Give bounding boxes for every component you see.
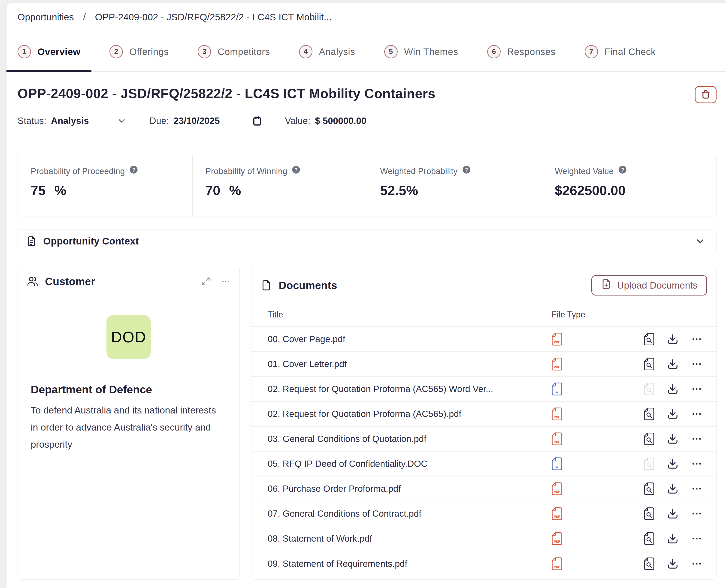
more-options-icon[interactable] <box>691 483 702 495</box>
due-date-value[interactable]: 23/10/2025 <box>174 115 220 126</box>
opportunity-value[interactable]: $ 500000.00 <box>315 115 366 126</box>
more-options-icon[interactable] <box>691 508 702 520</box>
tab-responses[interactable]: 6 Responses <box>487 45 556 58</box>
tab-overview[interactable]: 1 Overview <box>18 45 80 58</box>
document-file-type: PDF w <box>552 382 644 396</box>
preview-document-icon[interactable] <box>644 483 655 495</box>
more-options-icon[interactable] <box>691 533 702 544</box>
preview-document-icon[interactable] <box>644 358 655 370</box>
customer-name: Department of Defence <box>31 383 227 396</box>
preview-document-icon[interactable] <box>644 383 655 395</box>
stat-cell: Weighted Value ? $262500.00 <box>542 155 717 216</box>
pdf-file-icon: PDF <box>552 507 562 520</box>
document-actions <box>644 383 702 395</box>
more-options-icon[interactable] <box>691 458 702 469</box>
stat-value: $262500.00 <box>555 183 717 198</box>
download-document-icon[interactable] <box>667 483 679 495</box>
download-document-icon[interactable] <box>667 533 679 544</box>
help-icon[interactable]: ? <box>129 166 138 174</box>
svg-text:PDF: PDF <box>554 515 560 519</box>
document-file-type: PDF w <box>552 507 644 520</box>
download-document-icon[interactable] <box>667 558 679 569</box>
preview-document-icon[interactable] <box>644 532 655 545</box>
document-actions <box>644 333 702 345</box>
svg-text:?: ? <box>465 167 468 173</box>
table-row: 06. Purchase Order Proforma.pdf PDF w <box>251 477 716 501</box>
more-options-icon[interactable] <box>691 558 702 569</box>
tab-number-badge: 5 <box>384 45 398 58</box>
more-options-icon[interactable] <box>691 408 702 420</box>
preview-document-icon[interactable] <box>644 558 655 570</box>
pdf-file-icon: PDF <box>552 407 562 420</box>
table-row: 09. Statement of Requirements.pdf PDF w <box>251 551 716 576</box>
documents-card: Documents Upload Documents <box>251 265 717 580</box>
due-label: Due: <box>149 115 169 126</box>
help-icon[interactable]: ? <box>618 166 627 174</box>
customer-avatar: DOD <box>106 315 151 359</box>
document-actions <box>644 507 702 520</box>
svg-text:PDF: PDF <box>554 415 560 419</box>
active-tab-underline <box>6 70 91 72</box>
stats-bar: Probability of Proceeding ? 75 % Probabi… <box>18 155 717 216</box>
stat-cell: Probability of Winning ? 70 % <box>192 155 367 216</box>
more-options-icon[interactable] <box>691 433 702 445</box>
table-row: 01. Cover Letter.pdf PDF w <box>251 352 716 377</box>
file-plus-icon <box>601 279 611 292</box>
download-document-icon[interactable] <box>667 458 679 469</box>
download-document-icon[interactable] <box>667 333 679 345</box>
help-icon[interactable]: ? <box>291 166 300 174</box>
trash-icon <box>701 90 710 100</box>
preview-document-icon[interactable] <box>644 458 655 470</box>
document-actions <box>644 558 702 570</box>
tab-offerings[interactable]: 2 Offerings <box>109 45 169 58</box>
document-actions <box>644 483 702 495</box>
pdf-file-icon: PDF <box>552 532 562 545</box>
more-options-icon[interactable] <box>691 333 702 345</box>
delete-opportunity-button[interactable] <box>695 86 717 103</box>
documents-table-header: Title File Type <box>251 310 716 327</box>
tab-number-badge: 4 <box>299 45 312 58</box>
stat-cell: Probability of Proceeding ? 75 % <box>18 155 192 216</box>
tab-number-badge: 1 <box>18 45 31 58</box>
expand-icon[interactable] <box>201 277 210 286</box>
chevron-down-icon[interactable] <box>117 116 127 126</box>
download-document-icon[interactable] <box>667 358 679 370</box>
download-document-icon[interactable] <box>667 433 679 445</box>
calendar-icon[interactable] <box>252 116 262 126</box>
download-document-icon[interactable] <box>667 508 679 520</box>
preview-document-icon[interactable] <box>644 433 655 445</box>
tab-competitors[interactable]: 3 Competitors <box>198 45 270 58</box>
document-file-type: PDF w <box>552 482 644 495</box>
document-file-type: PDF w <box>552 333 644 345</box>
document-file-type: PDF w <box>552 532 644 545</box>
tab-win-themes[interactable]: 5 Win Themes <box>384 45 458 58</box>
document-title: 03. General Conditions of Quotation.pdf <box>268 434 552 444</box>
preview-document-icon[interactable] <box>644 333 655 345</box>
opportunity-context-panel[interactable]: Opportunity Context <box>18 229 717 253</box>
preview-document-icon[interactable] <box>644 507 655 520</box>
tab-analysis[interactable]: 4 Analysis <box>299 45 355 58</box>
breadcrumb-opportunities[interactable]: Opportunities <box>18 12 74 23</box>
svg-text:PDF: PDF <box>554 565 560 569</box>
table-row: 02. Request for Quotation Proforma (AC56… <box>251 377 716 402</box>
tab-final-check[interactable]: 7 Final Check <box>585 45 656 58</box>
download-document-icon[interactable] <box>667 408 679 420</box>
stat-value: 52.5% <box>380 183 542 198</box>
users-icon <box>27 276 38 287</box>
upload-documents-button[interactable]: Upload Documents <box>592 275 707 295</box>
document-actions <box>644 358 702 370</box>
status-dropdown-value[interactable]: Analysis <box>51 115 89 126</box>
chevron-down-icon[interactable] <box>694 236 706 247</box>
more-options-icon[interactable] <box>691 383 702 395</box>
download-document-icon[interactable] <box>667 383 679 395</box>
page: Opportunities / OPP-2409-002 - JSD/RFQ/2… <box>0 0 726 588</box>
svg-text:w: w <box>555 390 559 394</box>
stat-value: 75 % <box>31 183 192 198</box>
tab-label: Offerings <box>129 46 169 57</box>
document-title: 02. Request for Quotation Proforma (AC56… <box>268 384 552 394</box>
more-options-icon[interactable] <box>221 277 230 286</box>
more-options-icon[interactable] <box>691 358 702 370</box>
preview-document-icon[interactable] <box>644 408 655 420</box>
help-icon[interactable]: ? <box>462 166 471 174</box>
document-title: 09. Statement of Requirements.pdf <box>268 559 552 569</box>
